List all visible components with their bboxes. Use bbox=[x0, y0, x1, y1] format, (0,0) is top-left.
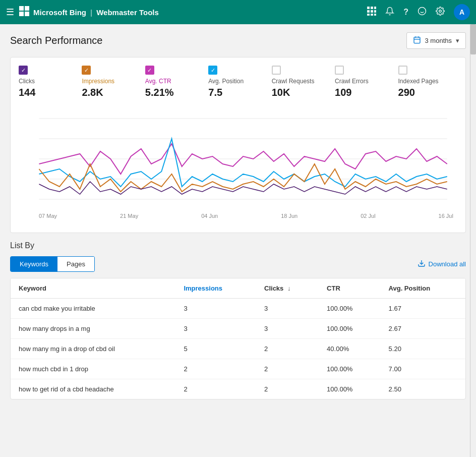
avg-ctr-label: Avg. CTR bbox=[145, 78, 200, 85]
cell-avg-position: 2.67 bbox=[381, 319, 465, 339]
table-row: how many drops in a mg 3 3 100.00% 2.67 bbox=[11, 319, 465, 339]
svg-rect-5 bbox=[371, 7, 373, 9]
avg-position-value: 7.5 bbox=[208, 87, 263, 98]
windows-icon bbox=[19, 6, 29, 19]
tab-pages[interactable]: Pages bbox=[57, 257, 94, 271]
svg-rect-1 bbox=[25, 6, 29, 11]
cell-keyword: how many mg in a drop of cbd oil bbox=[11, 339, 175, 359]
chart-xaxis: 07 May 21 May 04 Jun 18 Jun 02 Jul 16 Ju… bbox=[19, 211, 457, 219]
x-label-0: 07 May bbox=[39, 213, 57, 219]
tabs-row: Keywords Pages Download all bbox=[10, 256, 466, 272]
svg-rect-8 bbox=[371, 10, 373, 13]
main-scroll[interactable]: Search Performance 3 months ▾ ✓ Clicks 1… bbox=[0, 24, 476, 457]
cell-impressions: 2 bbox=[175, 379, 256, 399]
download-all-button[interactable]: Download all bbox=[418, 259, 466, 269]
tabs-container: Keywords Pages bbox=[10, 256, 95, 272]
metric-avg-position[interactable]: ✓ Avg. Position 7.5 bbox=[204, 66, 267, 98]
col-ctr: CTR bbox=[319, 278, 380, 299]
impressions-label: Impressions bbox=[82, 78, 137, 85]
page-title: Search Performance bbox=[10, 35, 102, 46]
metric-crawl-requests[interactable]: Crawl Requests 10K bbox=[268, 66, 331, 98]
svg-rect-0 bbox=[19, 6, 24, 11]
cell-ctr: 40.00% bbox=[319, 339, 380, 359]
clicks-checkbox[interactable]: ✓ bbox=[19, 66, 28, 75]
calendar-icon bbox=[413, 36, 421, 45]
hamburger-icon[interactable]: ☰ bbox=[6, 7, 14, 18]
gear-icon[interactable] bbox=[436, 7, 445, 18]
table-row: how many mg in a drop of cbd oil 5 2 40.… bbox=[11, 339, 465, 359]
svg-point-16 bbox=[439, 10, 442, 12]
avg-ctr-value: 5.21% bbox=[145, 87, 200, 98]
cell-ctr: 100.00% bbox=[319, 319, 380, 339]
list-by-section: List By Keywords Pages Download all bbox=[10, 241, 466, 399]
brand-name: Microsoft Bing bbox=[33, 8, 86, 17]
cell-clicks: 2 bbox=[256, 359, 319, 379]
col-impressions[interactable]: Impressions bbox=[175, 278, 256, 299]
cell-clicks: 3 bbox=[256, 299, 319, 319]
avg-position-checkbox[interactable]: ✓ bbox=[208, 66, 217, 75]
nav-divider: | bbox=[90, 8, 92, 17]
crawl-errors-checkbox[interactable] bbox=[335, 66, 344, 75]
table-row: how to get rid of a cbd headache 2 2 100… bbox=[11, 379, 465, 399]
metric-impressions[interactable]: ✓ Impressions 2.8K bbox=[78, 66, 141, 98]
crawl-requests-value: 10K bbox=[272, 87, 327, 98]
sort-arrow-clicks: ↓ bbox=[287, 284, 291, 292]
x-label-2: 04 Jun bbox=[201, 213, 218, 219]
metric-indexed-pages[interactable]: Indexed Pages 290 bbox=[394, 66, 457, 98]
right-scrollbar[interactable] bbox=[470, 24, 476, 457]
impressions-checkbox[interactable]: ✓ bbox=[82, 66, 91, 75]
indexed-pages-checkbox[interactable] bbox=[398, 66, 407, 75]
indexed-pages-label: Indexed Pages bbox=[398, 78, 453, 85]
grid-icon[interactable] bbox=[367, 7, 376, 18]
date-picker-button[interactable]: 3 months ▾ bbox=[406, 32, 466, 49]
crawl-errors-label: Crawl Errors bbox=[335, 78, 390, 85]
svg-rect-4 bbox=[367, 7, 370, 9]
cell-clicks: 2 bbox=[256, 339, 319, 359]
table-row: can cbd make you irritable 3 3 100.00% 1… bbox=[11, 299, 465, 319]
user-avatar[interactable]: A bbox=[454, 4, 470, 20]
svg-rect-7 bbox=[367, 10, 370, 13]
scrollbar-thumb[interactable] bbox=[470, 24, 476, 54]
content-area: Search Performance 3 months ▾ ✓ Clicks 1… bbox=[0, 24, 476, 408]
cell-avg-position: 1.67 bbox=[381, 299, 465, 319]
svg-rect-3 bbox=[25, 12, 29, 16]
svg-rect-17 bbox=[414, 37, 420, 43]
metric-crawl-errors[interactable]: Crawl Errors 109 bbox=[331, 66, 394, 98]
page-header: Search Performance 3 months ▾ bbox=[10, 32, 466, 49]
avg-position-label: Avg. Position bbox=[208, 78, 263, 85]
cell-avg-position: 7.00 bbox=[381, 359, 465, 379]
topnav: ☰ Microsoft Bing | Webmaster Tools bbox=[0, 0, 476, 24]
tab-keywords[interactable]: Keywords bbox=[11, 257, 57, 271]
cell-ctr: 100.00% bbox=[319, 299, 380, 319]
impressions-value: 2.8K bbox=[82, 87, 137, 98]
avg-ctr-checkbox[interactable]: ✓ bbox=[145, 66, 154, 75]
col-clicks[interactable]: Clicks ↓ bbox=[256, 278, 319, 299]
col-avg-position: Avg. Position bbox=[381, 278, 465, 299]
download-all-label: Download all bbox=[429, 260, 466, 268]
crawl-requests-checkbox[interactable] bbox=[272, 66, 281, 75]
x-label-3: 18 Jun bbox=[281, 213, 298, 219]
crawl-errors-value: 109 bbox=[335, 87, 390, 98]
metric-avg-ctr[interactable]: ✓ Avg. CTR 5.21% bbox=[141, 66, 204, 98]
indexed-pages-value: 290 bbox=[398, 87, 453, 98]
table-row: how much cbd in 1 drop 2 2 100.00% 7.00 bbox=[11, 359, 465, 379]
cell-keyword: can cbd make you irritable bbox=[11, 299, 175, 319]
cell-clicks: 3 bbox=[256, 319, 319, 339]
clicks-value: 144 bbox=[19, 87, 74, 98]
svg-point-13 bbox=[419, 7, 426, 15]
help-icon[interactable]: ? bbox=[403, 8, 408, 17]
metric-clicks[interactable]: ✓ Clicks 144 bbox=[19, 66, 78, 98]
chart-svg bbox=[19, 108, 457, 209]
svg-rect-10 bbox=[367, 14, 370, 16]
download-icon bbox=[418, 259, 426, 269]
metrics-card: ✓ Clicks 144 ✓ Impressions 2.8K ✓ Avg. C… bbox=[10, 57, 466, 233]
cell-ctr: 100.00% bbox=[319, 359, 380, 379]
bell-icon[interactable] bbox=[385, 7, 394, 18]
svg-rect-2 bbox=[19, 12, 24, 16]
metrics-row: ✓ Clicks 144 ✓ Impressions 2.8K ✓ Avg. C… bbox=[19, 66, 457, 98]
date-picker-label: 3 months bbox=[425, 37, 452, 44]
svg-rect-12 bbox=[374, 14, 376, 16]
keywords-table: Keyword Impressions Clicks ↓ CTR Avg. Po… bbox=[11, 278, 465, 399]
smiley-icon[interactable] bbox=[418, 7, 427, 18]
cell-keyword: how much cbd in 1 drop bbox=[11, 359, 175, 379]
